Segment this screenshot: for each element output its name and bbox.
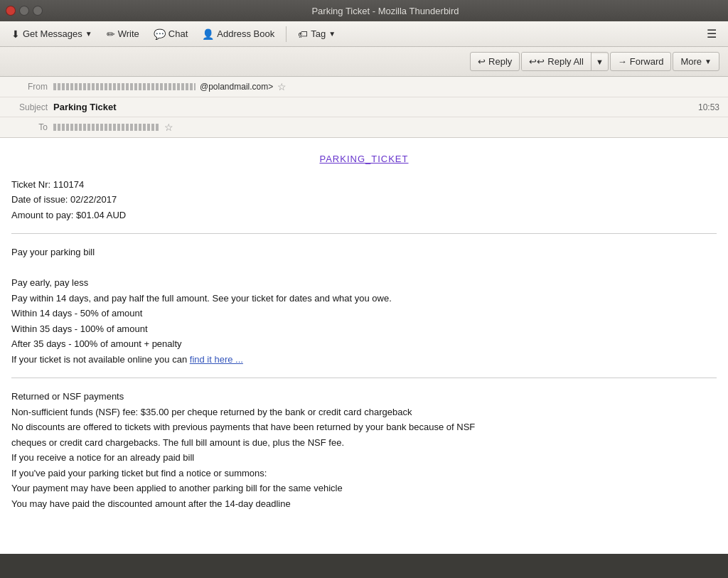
tag-button[interactable]: 🏷 Tag ▼ [292, 26, 341, 43]
chat-button[interactable]: 💬 Chat [148, 26, 193, 43]
section2-line4: If you receive a notice for an already p… [11, 451, 717, 465]
section1-line2: Within 14 days - 50% of amount [11, 306, 717, 321]
reply-all-button[interactable]: ↩↩ Reply All [522, 53, 592, 70]
subject-row: Subject Parking Ticket 10:53 [0, 97, 728, 117]
menu-separator [286, 26, 287, 42]
section1-line4: After 35 days - 100% of amount + penalty [11, 337, 717, 351]
section1-line1: Pay within 14 days, and pay half the ful… [11, 291, 717, 306]
from-star-icon[interactable]: ☆ [277, 81, 287, 92]
section1-subheading: Pay early, pay less [11, 276, 717, 290]
reply-icon: ↩ [478, 56, 486, 67]
tag-icon: 🏷 [298, 28, 308, 40]
address-book-label: Address Book [217, 28, 274, 39]
forward-button[interactable]: → Forward [610, 52, 672, 71]
title-bar: Parking Ticket - Mozilla Thunderbird [0, 0, 728, 21]
to-label: To [9, 122, 48, 132]
section2-line2: No discounts are offered to tickets with… [11, 420, 717, 434]
find-it-here-link[interactable]: find it here ... [190, 354, 243, 365]
menu-bar: ⬇ Get Messages ▼ ✏ Write 💬 Chat 👤 Addres… [0, 21, 728, 47]
write-icon: ✏ [107, 28, 115, 40]
chat-icon: 💬 [154, 28, 166, 40]
address-book-icon: 👤 [202, 28, 214, 40]
section2-line1: Non-sufficient funds (NSF) fee: $35.00 p… [11, 405, 717, 419]
reply-all-label: Reply All [547, 56, 584, 67]
divider-2 [11, 378, 717, 378]
tag-label: Tag [311, 28, 326, 39]
reply-button[interactable]: ↩ Reply [470, 52, 520, 71]
address-book-button[interactable]: 👤 Address Book [196, 26, 280, 43]
toolbar: ↩ Reply ↩↩ Reply All ▼ → Forward More ▼ [0, 47, 728, 77]
subject-label: Subject [9, 102, 48, 112]
from-row: From @polandmail.com> ☆ [0, 77, 728, 97]
section1-line3: Within 35 days - 100% of amount [11, 322, 717, 336]
amount-to-pay: Amount to pay: $01.04 AUD [11, 208, 717, 223]
tag-arrow: ▼ [328, 30, 336, 38]
more-arrow: ▼ [705, 58, 712, 65]
reply-all-group: ↩↩ Reply All ▼ [521, 52, 608, 71]
from-redacted [53, 83, 196, 90]
section1-line5-pre: If your ticket is not available online y… [11, 354, 190, 365]
divider-1 [11, 233, 717, 234]
section1-heading: Pay your parking bill [11, 245, 717, 259]
from-label: From [9, 82, 48, 92]
to-star-icon[interactable]: ☆ [164, 122, 173, 133]
email-header: From @polandmail.com> ☆ Subject Parking … [0, 77, 728, 138]
section1-line5: If your ticket is not available online y… [11, 353, 717, 367]
email-title: PARKING_TICKET [11, 152, 717, 166]
from-value: @polandmail.com> ☆ [53, 81, 287, 92]
email-body: PARKING_TICKET Ticket Nr: 110174 Date of… [0, 138, 728, 554]
window-controls [6, 6, 43, 16]
get-messages-arrow: ▼ [85, 30, 92, 38]
section-2: Returned or NSF payments Non-sufficient … [11, 390, 717, 510]
forward-icon: → [618, 56, 627, 67]
section2-heading: Returned or NSF payments [11, 390, 717, 404]
get-messages-button[interactable]: ⬇ Get Messages ▼ [6, 26, 98, 43]
section2-line3: cheques or credit card chargebacks. The … [11, 436, 717, 450]
timestamp: 10:53 [698, 102, 719, 112]
reply-label: Reply [488, 56, 512, 67]
section2-line7: You may have paid the discounted amount … [11, 497, 717, 511]
more-label: More [680, 56, 702, 67]
hamburger-menu-button[interactable]: ☰ [701, 24, 722, 43]
to-row: To ☆ [0, 117, 728, 137]
ticket-info: Ticket Nr: 110174 Date of issue: 02/22/2… [11, 178, 717, 223]
minimize-button[interactable] [19, 6, 29, 16]
write-label: Write [118, 28, 139, 39]
forward-label: Forward [630, 56, 664, 67]
date-of-issue: Date of issue: 02/22/2017 [11, 193, 717, 207]
more-button[interactable]: More ▼ [673, 52, 719, 71]
close-button[interactable] [6, 6, 16, 16]
write-button[interactable]: ✏ Write [101, 26, 145, 43]
ticket-nr: Ticket Nr: 110174 [11, 178, 717, 192]
window-title: Parking Ticket - Mozilla Thunderbird [48, 6, 722, 16]
get-messages-label: Get Messages [23, 28, 82, 39]
chat-label: Chat [168, 28, 188, 39]
from-domain: @polandmail.com> [200, 82, 273, 92]
reply-all-dropdown-button[interactable]: ▼ [592, 54, 608, 70]
section2-line6: Your payment may have been applied to an… [11, 481, 717, 496]
to-redacted [53, 124, 160, 131]
maximize-button[interactable] [33, 6, 43, 16]
to-value: ☆ [53, 122, 173, 133]
reply-all-icon: ↩↩ [529, 56, 545, 67]
section2-line5: If you've paid your parking ticket but f… [11, 466, 717, 481]
download-icon: ⬇ [11, 28, 20, 40]
section-1: Pay your parking bill Pay early, pay les… [11, 245, 717, 366]
subject-value: Parking Ticket [53, 102, 698, 112]
